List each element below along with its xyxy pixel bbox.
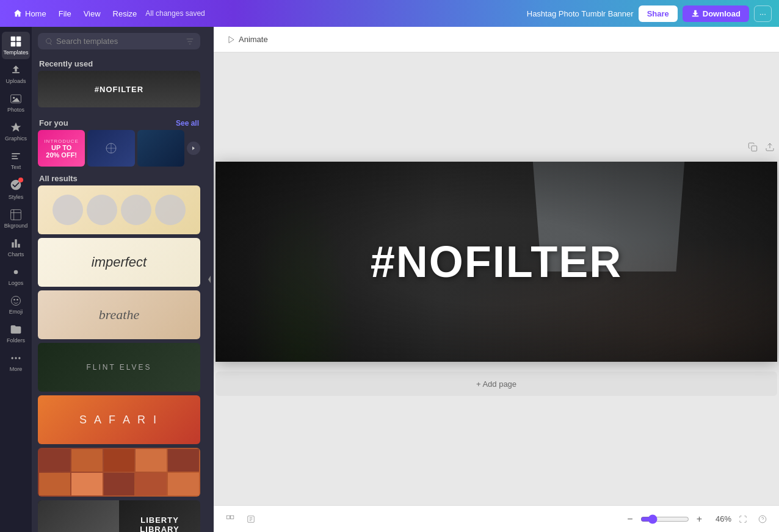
sidebar-item-photos[interactable]: Photos <box>2 89 30 117</box>
icon-sidebar: Templates Uploads Photos Graphics Text S… <box>0 27 32 532</box>
template-item-safari[interactable]: S A F A R I <box>38 395 200 444</box>
chevron-right-icon <box>190 145 197 151</box>
sidebar-item-logos[interactable]: Logos <box>2 262 30 290</box>
circle-4 <box>155 195 186 225</box>
svg-rect-2 <box>11 42 16 47</box>
view-menu-button[interactable]: View <box>78 5 107 22</box>
recently-used-header: Recently used <box>32 54 206 71</box>
add-page-button[interactable]: + Add page <box>216 372 777 396</box>
mosaic-cell <box>136 473 167 495</box>
design-canvas[interactable]: #NOFILTER <box>216 162 777 362</box>
liberty-text-side: LIBERTY LIBRARY <box>119 511 200 532</box>
sidebar-item-styles[interactable]: Styles <box>2 175 30 204</box>
download-label: Download <box>703 9 741 18</box>
for-you-row: Introduce UP TO20% OFF! <box>32 130 206 169</box>
collapse-icon <box>208 275 212 284</box>
canvas-area: Animate <box>214 27 779 532</box>
for-you-thumb-2[interactable] <box>87 130 134 167</box>
zoom-in-button[interactable]: + <box>693 512 706 527</box>
for-you-thumb-1[interactable]: Introduce UP TO20% OFF! <box>38 130 85 167</box>
see-all-button[interactable]: See all <box>176 119 199 128</box>
zoom-out-button[interactable]: − <box>623 512 636 527</box>
add-page-label: + Add page <box>476 379 516 389</box>
search-input[interactable] <box>56 37 182 46</box>
svg-marker-15 <box>229 36 234 43</box>
for-you-label: For you <box>39 118 68 128</box>
animate-icon <box>227 35 236 44</box>
home-label: Home <box>25 9 46 18</box>
sidebar-item-uploads[interactable]: Uploads <box>2 60 30 88</box>
help-button[interactable] <box>755 512 770 526</box>
sidebar-item-folders[interactable]: Folders <box>2 320 30 347</box>
grid-icon <box>226 515 234 523</box>
template-item-circles[interactable] <box>38 185 200 234</box>
svg-rect-0 <box>11 37 16 41</box>
navbar-right: Hashtag Photo Tumblr Banner Share Downlo… <box>527 5 772 22</box>
pages-button[interactable] <box>243 512 259 526</box>
svg-point-10 <box>16 299 18 301</box>
template-item-liberty[interactable]: LIBERTY LIBRARY <box>38 500 200 532</box>
copy-canvas-button[interactable] <box>745 140 760 156</box>
animate-button[interactable]: Animate <box>222 32 273 46</box>
sidebar-item-charts[interactable]: Charts <box>2 234 30 261</box>
navbar: Home File View Resize All changes saved … <box>0 0 779 27</box>
sidebar-background-label: Bkground <box>4 223 28 229</box>
svg-point-20 <box>759 516 766 523</box>
sidebar-photos-label: Photos <box>7 107 24 113</box>
all-results-header: All results <box>32 169 206 185</box>
liberty-content: LIBERTY LIBRARY <box>38 500 200 532</box>
zoom-slider[interactable] <box>640 514 689 524</box>
export-canvas-button[interactable] <box>763 140 777 156</box>
sidebar-item-graphics[interactable]: Graphics <box>2 118 30 145</box>
share-button[interactable]: Share <box>639 5 678 22</box>
sidebar-item-templates[interactable]: Templates <box>2 32 30 59</box>
for-you-discount-text: UP TO20% OFF! <box>46 144 77 159</box>
template-item-fern[interactable]: FLINT ELVES <box>38 343 200 392</box>
svg-point-5 <box>13 97 15 99</box>
main-headline-text[interactable]: #NOFILTER <box>371 237 623 287</box>
mosaic-cell <box>104 449 135 472</box>
home-button[interactable]: Home <box>7 5 53 22</box>
recently-used-label: Recently used <box>39 59 93 68</box>
imperfect-text: imperfect <box>92 254 147 270</box>
fullscreen-button[interactable] <box>735 512 751 526</box>
filter-icon[interactable] <box>186 37 194 46</box>
zoom-value: 46% <box>709 514 731 523</box>
resize-menu-button[interactable]: Resize <box>107 5 143 22</box>
sidebar-item-background[interactable]: Bkground <box>2 205 30 232</box>
svg-rect-17 <box>226 516 230 519</box>
for-you-thumb-3[interactable] <box>137 130 184 167</box>
liberty-image-side <box>38 500 119 532</box>
mosaic-cell <box>136 449 167 472</box>
fullscreen-icon <box>739 515 747 523</box>
circle-2 <box>87 195 117 225</box>
main-layout: Templates Uploads Photos Graphics Text S… <box>0 27 779 532</box>
mosaic-cell <box>39 449 70 472</box>
svg-rect-16 <box>752 146 757 151</box>
template-item-imperfect[interactable]: imperfect <box>38 238 200 287</box>
download-button[interactable]: Download <box>683 5 749 22</box>
sidebar-item-text[interactable]: Text <box>2 146 30 174</box>
canvas-scroll[interactable]: #NOFILTER + Add page <box>214 52 779 505</box>
sidebar-item-more[interactable]: More <box>2 348 30 376</box>
saved-status: All changes saved <box>145 9 205 18</box>
search-icon <box>44 37 53 46</box>
more-options-button[interactable]: ··· <box>754 5 772 22</box>
sidebar-more-label: More <box>10 366 23 372</box>
collapse-panel-button[interactable] <box>206 27 214 532</box>
styles-badge <box>18 178 23 182</box>
template-item-mosaic[interactable] <box>38 448 200 497</box>
sidebar-text-label: Text <box>11 164 21 170</box>
template-item-breathe[interactable]: breathe <box>38 290 200 339</box>
sidebar-item-emoji[interactable]: Emoji <box>2 291 30 318</box>
grid-view-button[interactable] <box>222 512 238 526</box>
mosaic-cell <box>168 449 199 472</box>
template-grid: imperfect breathe FLINT ELVES S A F A R … <box>32 185 206 532</box>
for-you-next-button[interactable] <box>187 142 200 155</box>
file-menu-button[interactable]: File <box>53 5 78 22</box>
svg-point-13 <box>18 357 20 359</box>
recently-used-thumb[interactable]: #NOFILTER <box>38 71 200 107</box>
for-you-stars-icon <box>104 141 118 156</box>
for-you-header: For you See all <box>32 113 206 130</box>
mosaic-cell <box>71 449 103 472</box>
